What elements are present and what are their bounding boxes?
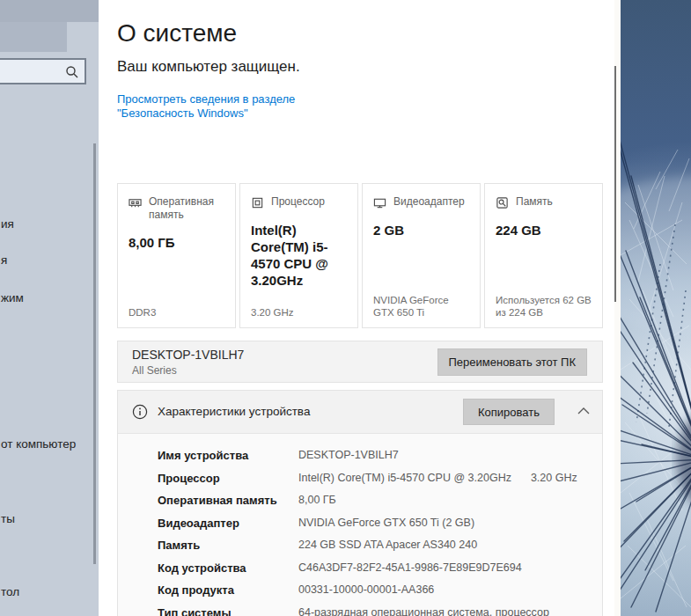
spec-value-extra: 3.20 GHz bbox=[531, 472, 577, 484]
device-specs-band: Характеристики устройства Копировать Имя… bbox=[117, 390, 603, 616]
storage-card: Память 224 GB Используется 62 GB из 224 … bbox=[484, 183, 603, 328]
spec-label: Процессор bbox=[158, 472, 298, 485]
card-label: Видеоадаптер bbox=[393, 195, 465, 209]
spec-value: 00331-10000-00001-AA366 bbox=[298, 583, 434, 596]
sidebar-item-remote-desktop[interactable]: тол bbox=[1, 585, 19, 598]
spec-label: Имя устройства bbox=[158, 449, 298, 462]
table-row: Код устройства C46A3DF7-82F2-45A1-9986-7… bbox=[158, 561, 602, 584]
card-value: 2 GB bbox=[373, 222, 469, 238]
card-label: Память bbox=[516, 195, 553, 209]
disk-icon bbox=[496, 196, 509, 209]
cpu-icon bbox=[251, 196, 264, 209]
card-label: Оперативная память bbox=[149, 195, 224, 222]
spec-value: 64-разрядная операционная система, проце… bbox=[298, 606, 549, 616]
search-icon bbox=[65, 65, 79, 79]
settings-search-input[interactable] bbox=[0, 60, 62, 83]
ram-icon bbox=[129, 196, 142, 209]
windows-security-link[interactable]: Просмотреть сведения в разделе "Безопасн… bbox=[117, 92, 374, 121]
specs-title: Характеристики устройства bbox=[158, 405, 310, 418]
settings-sidebar: ия я жим от компьютер ты тол bbox=[0, 0, 99, 616]
settings-window: ия я жим от компьютер ты тол О системе В… bbox=[0, 0, 691, 616]
spec-value: 224 GB SSD ATA Apacer AS340 240 bbox=[298, 539, 477, 551]
page-title: О системе bbox=[117, 19, 237, 48]
ram-card: Оперативная память 8,00 ГБ DDR3 bbox=[117, 183, 236, 328]
desktop-wallpaper bbox=[621, 0, 691, 616]
protection-status: Ваш компьютер защищен. bbox=[117, 58, 300, 76]
cpu-card: Процессор Intel(R) Core(TM) i5-4570 CPU … bbox=[239, 183, 358, 328]
card-value: 224 GB bbox=[496, 222, 592, 238]
spec-label: Видеоадаптер bbox=[158, 517, 298, 530]
specs-table: Имя устройства DESKTOP-1VBILH7 Процессор… bbox=[118, 434, 602, 616]
card-value: 8,00 ГБ bbox=[129, 234, 224, 251]
spec-label: Память bbox=[158, 539, 298, 552]
table-row: Видеоадаптер NVIDIA GeForce GTX 650 Ti (… bbox=[158, 517, 602, 539]
table-row: Оперативная память 8,00 ГБ bbox=[158, 494, 602, 517]
spec-label: Оперативная память bbox=[158, 494, 298, 507]
spec-value: NVIDIA GeForce GTX 650 Ti (2 GB) bbox=[298, 517, 474, 529]
rename-pc-button[interactable]: Переименовать этот ПК bbox=[437, 348, 588, 376]
card-footer: 3.20 GHz bbox=[251, 306, 349, 319]
card-footer: Используется 62 GB из 224 GB bbox=[496, 294, 593, 319]
table-row: Процессор Intel(R) Core(TM) i5-4570 CPU … bbox=[158, 472, 602, 495]
sidebar-item-power[interactable]: жим bbox=[1, 291, 24, 304]
spec-value: Intel(R) Core(TM) i5-4570 CPU @ 3.20GHz bbox=[298, 472, 511, 484]
copy-button[interactable]: Копировать bbox=[463, 399, 555, 425]
sidebar-shade bbox=[0, 22, 67, 52]
hardware-cards: Оперативная память 8,00 ГБ DDR3 Процессо… bbox=[117, 183, 603, 328]
card-footer: NVIDIA GeForce GTX 650 Ti bbox=[373, 294, 471, 319]
spec-value: C46A3DF7-82F2-45A1-9986-7E89E9D7E694 bbox=[298, 561, 522, 574]
settings-search-box bbox=[0, 58, 86, 84]
content-scrollbar[interactable] bbox=[614, 66, 616, 302]
device-model: All Series bbox=[132, 364, 177, 377]
gpu-card: Видеоадаптер 2 GB NVIDIA GeForce GTX 650… bbox=[362, 183, 481, 328]
sidebar-scrollbar[interactable] bbox=[93, 143, 96, 564]
info-icon bbox=[132, 404, 148, 420]
sidebar-item-notifications[interactable]: ия bbox=[1, 217, 14, 231]
card-label: Процессор bbox=[271, 195, 325, 209]
table-row: Тип системы 64-разрядная операционная си… bbox=[158, 606, 602, 616]
chevron-up-icon[interactable] bbox=[577, 407, 590, 415]
title-bar bbox=[0, 0, 99, 22]
table-row: Имя устройства DESKTOP-1VBILH7 bbox=[158, 449, 602, 472]
sidebar-item-focus[interactable]: я bbox=[1, 253, 7, 267]
card-value: Intel(R) Core(TM) i5-4570 CPU @ 3.20GHz bbox=[251, 222, 347, 289]
spec-value: 8,00 ГБ bbox=[298, 494, 336, 506]
spec-label: Код устройства bbox=[158, 561, 298, 575]
device-name-band: DESKTOP-1VBILH7 All Series Переименовать… bbox=[117, 341, 603, 383]
gpu-icon bbox=[373, 196, 386, 209]
table-row: Код продукта 00331-10000-00001-AA366 bbox=[158, 583, 602, 606]
spec-label: Код продукта bbox=[158, 583, 298, 597]
sidebar-item-shared[interactable]: ты bbox=[1, 512, 15, 525]
spec-label: Тип системы bbox=[158, 606, 298, 616]
about-page: О системе Ваш компьютер защищен. Просмот… bbox=[99, 0, 614, 616]
table-row: Память 224 GB SSD ATA Apacer AS340 240 bbox=[158, 539, 602, 561]
device-name: DESKTOP-1VBILH7 bbox=[132, 348, 244, 362]
spec-value: DESKTOP-1VBILH7 bbox=[298, 449, 399, 461]
sidebar-item-projecting[interactable]: от компьютер bbox=[1, 437, 76, 451]
specs-header: Характеристики устройства Копировать bbox=[118, 391, 602, 434]
card-footer: DDR3 bbox=[129, 306, 226, 319]
